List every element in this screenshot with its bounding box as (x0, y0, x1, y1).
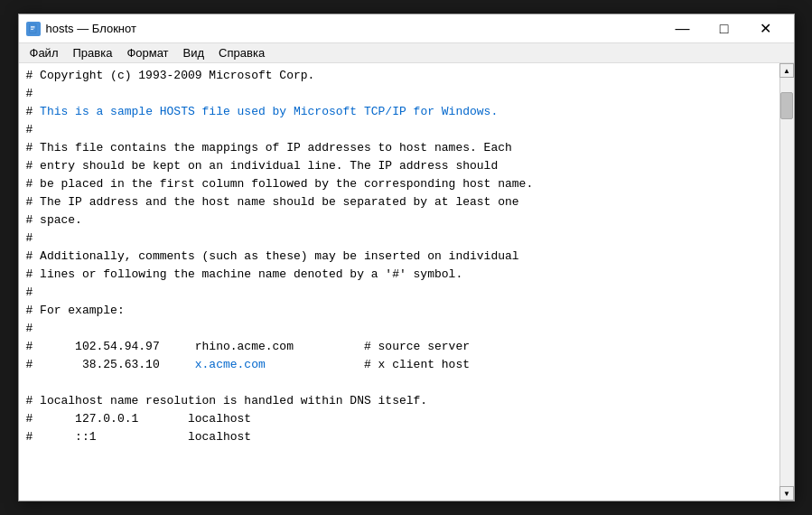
maximize-button[interactable]: □ (704, 14, 745, 43)
line-1: # Copyright (c) 1993-2009 Microsoft Corp… (26, 67, 772, 85)
line-17: # 38.25.63.10 x.acme.com # x client host (26, 356, 772, 374)
title-bar: hosts — Блокнот — □ ✕ (19, 14, 794, 43)
line-18 (26, 374, 772, 392)
line-10: # (26, 229, 772, 248)
menu-help[interactable]: Справка (211, 44, 272, 61)
window-title: hosts — Блокнот (46, 22, 662, 35)
menu-format[interactable]: Формат (119, 44, 175, 61)
minimize-button[interactable]: — (662, 14, 704, 43)
line-6: # entry should be kept on an individual … (26, 157, 772, 175)
scroll-up-button[interactable]: ▲ (779, 63, 794, 78)
line-15: # (26, 320, 772, 338)
notepad-window: hosts — Блокнот — □ ✕ Файл Правка Формат… (18, 14, 795, 501)
svg-rect-1 (31, 26, 35, 27)
line-19: # localhost name resolution is handled w… (26, 392, 772, 410)
line-7: # be placed in the first column followed… (26, 175, 772, 193)
line-11: # Additionally, comments (such as these)… (26, 248, 772, 266)
window-controls: — □ ✕ (662, 14, 787, 43)
line-9: # space. (26, 211, 772, 229)
editor-area[interactable]: # Copyright (c) 1993-2009 Microsoft Corp… (19, 63, 794, 501)
text-editor[interactable]: # Copyright (c) 1993-2009 Microsoft Corp… (19, 63, 779, 501)
svg-rect-3 (31, 29, 33, 30)
menu-file[interactable]: Файл (23, 44, 66, 61)
svg-rect-0 (29, 23, 36, 33)
line-2: # (26, 85, 772, 103)
menu-bar: Файл Правка Формат Вид Справка (19, 43, 794, 63)
line-14: # For example: (26, 302, 772, 320)
line-4: # (26, 121, 772, 139)
notepad-icon (26, 22, 41, 36)
scrollbar-thumb[interactable] (780, 92, 793, 119)
line-8: # The IP address and the host name shoul… (26, 193, 772, 211)
line-5: # This file contains the mappings of IP … (26, 139, 772, 157)
line-20: # 127.0.0.1 localhost (26, 410, 772, 428)
line-16: # 102.54.94.97 rhino.acme.com # source s… (26, 338, 772, 356)
menu-edit[interactable]: Правка (65, 44, 119, 61)
svg-rect-2 (31, 27, 35, 28)
line-13: # (26, 284, 772, 302)
scroll-down-button[interactable]: ▼ (779, 486, 794, 501)
menu-view[interactable]: Вид (176, 44, 212, 61)
scrollbar[interactable]: ▲ ▼ (779, 63, 794, 501)
line-12: # lines or following the machine name de… (26, 266, 772, 284)
line-21: # ::1 localhost (26, 428, 772, 446)
close-button[interactable]: ✕ (745, 14, 787, 43)
line-3: # This is a sample HOSTS file used by Mi… (26, 103, 772, 121)
